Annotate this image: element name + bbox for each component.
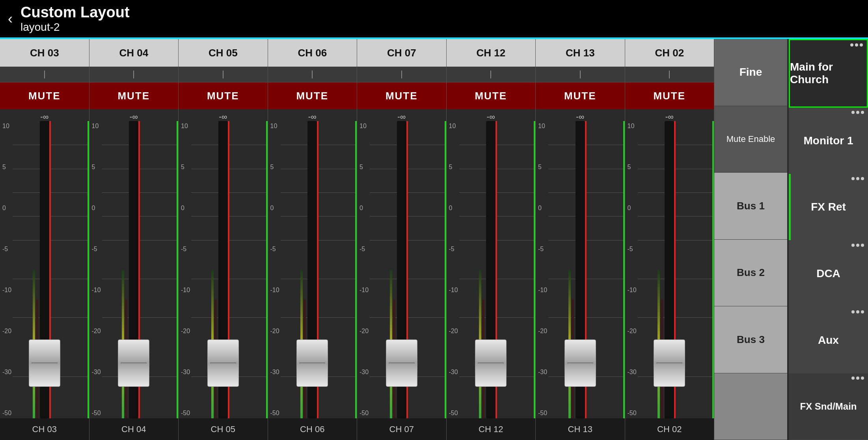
channels-area: CH 03 MUTE -∞ 10 5 0 -5 -10 -20 -30 -50 [0, 39, 714, 440]
fader-body-ch02: 10 5 0 -5 -10 -20 -30 -50 [625, 121, 714, 418]
right-right-btn-aux[interactable]: Aux [789, 307, 868, 374]
right-left-btn-empty[interactable] [714, 373, 787, 440]
fader-area-ch04: -∞ 10 5 0 -5 -10 -20 -30 -50 [89, 109, 179, 418]
right-right-btn-fx-snd-main[interactable]: FX Snd/Main [789, 373, 868, 440]
scale-line [459, 240, 536, 241]
scale-line [370, 240, 446, 241]
scale-line [638, 216, 714, 216]
right-left-btn-fine[interactable]: Fine [714, 39, 787, 106]
scale-line [370, 317, 446, 318]
right-left-btn-bus2[interactable]: Bus 2 [714, 240, 787, 307]
right-left-btn-bus3[interactable]: Bus 3 [714, 306, 787, 373]
pan-line-ch07 [401, 71, 402, 78]
scale-line [638, 317, 714, 318]
dot [851, 177, 855, 180]
fader-handle-ch13[interactable] [564, 339, 596, 387]
scale-line [638, 169, 714, 169]
green-accent-ch05 [266, 121, 268, 418]
fader-handle-ch06[interactable] [296, 339, 328, 387]
pan-line-ch04 [133, 71, 134, 78]
mute-button-ch02[interactable]: MUTE [625, 82, 714, 109]
right-right-btn-main-for-church[interactable]: Main for Church [789, 39, 868, 108]
scale-line [102, 192, 179, 193]
db-label-ch03: -∞ [0, 109, 89, 121]
fader-handle-ch12[interactable] [475, 339, 507, 387]
mute-button-ch07[interactable]: MUTE [357, 82, 446, 109]
scale-line [102, 279, 179, 279]
channel-header-ch07: CH 07 [357, 39, 446, 67]
fader-body-ch07: 10 5 0 -5 -10 -20 -30 -50 [357, 121, 446, 418]
right-btn-label-fx-ret: FX Ret [811, 201, 846, 213]
pan-area-ch12[interactable] [447, 67, 536, 82]
scale-labels-ch02: 10 5 0 -5 -10 -20 -30 -50 [628, 121, 637, 418]
fader-area-ch06: -∞ 10 5 0 -5 -10 -20 -30 -50 [268, 109, 357, 418]
scale-line [13, 145, 89, 145]
fader-body-ch06: 10 5 0 -5 -10 -20 -30 -50 [268, 121, 357, 418]
fader-body-ch12: 10 5 0 -5 -10 -20 -30 -50 [447, 121, 536, 418]
back-button[interactable]: ‹ [8, 11, 13, 27]
pan-area-ch06[interactable] [268, 67, 357, 82]
dot [861, 377, 864, 380]
fader-handle-ch05[interactable] [207, 339, 239, 387]
scale-line [459, 192, 536, 193]
channel-header-ch04: CH 04 [89, 39, 179, 67]
db-label-ch07: -∞ [357, 109, 446, 121]
channel-strip-ch07: CH 07 MUTE -∞ 10 5 0 -5 -10 -20 -30 -50 [357, 39, 447, 440]
right-left-btn-bus1[interactable]: Bus 1 [714, 173, 787, 240]
scale-line [548, 145, 625, 145]
scale-line [548, 317, 625, 318]
channel-footer-ch05: CH 05 [179, 418, 268, 440]
scale-line [102, 216, 179, 216]
fader-handle-ch04[interactable] [118, 339, 149, 387]
fader-area-ch05: -∞ 10 5 0 -5 -10 -20 -30 -50 [179, 109, 268, 418]
mute-button-ch05[interactable]: MUTE [179, 82, 268, 109]
fader-handle-ch07[interactable] [386, 339, 417, 387]
scale-line [191, 279, 268, 279]
db-label-ch13: -∞ [536, 109, 625, 121]
right-right-btn-dca[interactable]: DCA [789, 241, 868, 307]
dot [850, 43, 853, 47]
scale-line [191, 216, 268, 216]
green-accent-ch13 [623, 121, 625, 418]
fader-handle-ch02[interactable] [654, 339, 685, 387]
pan-area-ch07[interactable] [357, 67, 446, 82]
dots-indicator-dca [851, 244, 864, 247]
scale-labels-ch05: 10 5 0 -5 -10 -20 -30 -50 [181, 121, 190, 418]
dots-indicator-main-for-church [850, 43, 863, 47]
right-left-btn-mute-enable[interactable]: Mute Enable [714, 106, 787, 173]
right-right-btn-fx-ret[interactable]: FX Ret [789, 174, 868, 241]
right-btn-label-fx-snd-main: FX Snd/Main [800, 401, 857, 412]
scale-line [102, 240, 179, 241]
pan-area-ch05[interactable] [179, 67, 268, 82]
scale-line [281, 279, 357, 279]
right-btn-label-main-for-church: Main for Church [790, 61, 867, 86]
mute-button-ch06[interactable]: MUTE [268, 82, 357, 109]
pan-area-ch04[interactable] [89, 67, 179, 82]
scale-line [13, 169, 89, 169]
mute-button-ch12[interactable]: MUTE [447, 82, 536, 109]
mute-button-ch13[interactable]: MUTE [536, 82, 625, 109]
scale-labels-ch07: 10 5 0 -5 -10 -20 -30 -50 [359, 121, 369, 418]
channel-footer-ch04: CH 04 [89, 418, 179, 440]
scale-line [638, 279, 714, 279]
dot [851, 377, 855, 380]
dots-indicator-aux [851, 310, 864, 313]
right-right-btn-monitor1[interactable]: Monitor 1 [789, 108, 868, 174]
db-label-ch12: -∞ [447, 109, 536, 121]
fader-handle-ch03[interactable] [29, 339, 60, 387]
dots-indicator-fx-snd-main [851, 377, 864, 380]
pan-area-ch02[interactable] [625, 67, 714, 82]
fader-area-ch02: -∞ 10 5 0 -5 -10 -20 -30 -50 [625, 109, 714, 418]
fader-area-ch13: -∞ 10 5 0 -5 -10 -20 -30 -50 [536, 109, 625, 418]
channel-header-ch13: CH 13 [536, 39, 625, 67]
fader-notch [210, 362, 236, 364]
scale-line [13, 279, 89, 279]
mute-button-ch04[interactable]: MUTE [89, 82, 179, 109]
mute-button-ch03[interactable]: MUTE [0, 82, 89, 109]
fader-body-ch13: 10 5 0 -5 -10 -20 -30 -50 [536, 121, 625, 418]
fader-notch [656, 362, 682, 364]
pan-area-ch03[interactable] [0, 67, 89, 82]
pan-area-ch13[interactable] [536, 67, 625, 82]
scale-labels-ch04: 10 5 0 -5 -10 -20 -30 -50 [92, 121, 101, 418]
fader-notch [121, 362, 147, 364]
